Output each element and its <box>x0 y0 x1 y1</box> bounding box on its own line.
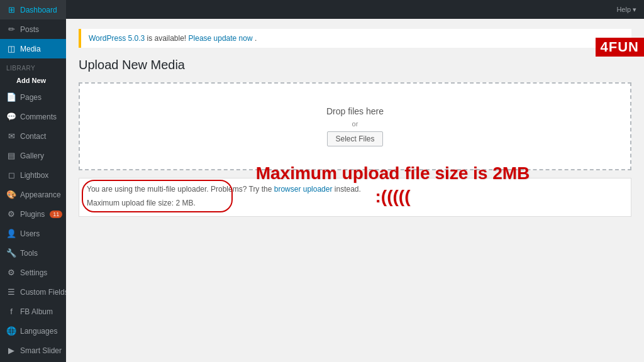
or-text: or <box>352 120 358 128</box>
help-label: Help <box>616 6 631 13</box>
sidebar-item-plugins[interactable]: ⚙ Plugins 11 <box>0 204 66 224</box>
fb-album-icon: f <box>6 307 16 316</box>
sidebar-item-label: Contact <box>20 132 46 141</box>
contact-icon: ✉ <box>6 131 16 141</box>
select-files-button[interactable]: Select Files <box>327 131 382 146</box>
upload-info-section: You are using the multi-file uploader. P… <box>79 178 631 217</box>
sidebar-item-lightbox[interactable]: ◻ Lightbox <box>0 165 66 185</box>
sidebar-item-label: Comments <box>20 112 57 121</box>
sidebar-item-posts[interactable]: ✏ Posts <box>0 19 66 39</box>
sidebar-item-label: Languages <box>20 327 57 336</box>
lightbox-icon: ◻ <box>6 170 16 180</box>
sidebar-item-contact[interactable]: ✉ Contact <box>0 126 66 146</box>
gallery-icon: ▤ <box>6 151 16 160</box>
sidebar-item-gallery[interactable]: ▤ Gallery <box>0 146 66 165</box>
sidebar-item-label: Media <box>20 45 41 53</box>
plugins-badge: 11 <box>50 211 62 218</box>
sidebar-item-custom-fields[interactable]: ☰ Custom Fields <box>0 282 66 302</box>
upload-drop-zone[interactable]: Drop files here or Select Files <box>79 82 631 170</box>
sidebar-item-smart-slider[interactable]: ▶ Smart Slider <box>0 341 66 360</box>
sidebar-item-comments[interactable]: 💬 Comments <box>0 107 66 126</box>
sidebar-item-users[interactable]: 👤 Users <box>0 224 66 243</box>
custom-fields-icon: ☰ <box>6 287 16 297</box>
wordpress-version-link[interactable]: WordPress 5.0.3 <box>89 34 145 43</box>
pages-icon: 📄 <box>6 92 16 102</box>
sidebar-item-languages[interactable]: 🌐 Languages <box>0 321 66 341</box>
sidebar-item-label: Custom Fields <box>20 288 66 297</box>
sidebar-item-label: FB Album <box>20 307 53 316</box>
main-area: Help ▾ 4FUN WordPress 5.0.3 is available… <box>66 0 644 362</box>
smart-slider-icon: ▶ <box>6 346 16 355</box>
update-now-link[interactable]: Please update now <box>189 34 253 43</box>
chevron-down-icon: ▾ <box>633 6 636 14</box>
sidebar-item-label: Dashboard <box>20 6 57 14</box>
sidebar: ⊞ Dashboard ✏ Posts ◫ Media Library Add … <box>0 0 66 362</box>
help-button[interactable]: Help ▾ <box>616 6 636 14</box>
sidebar-item-appearance[interactable]: 🎨 Appearance <box>0 185 66 204</box>
plugins-icon: ⚙ <box>6 209 16 219</box>
sidebar-item-pages[interactable]: 📄 Pages <box>0 87 66 107</box>
drop-files-text: Drop files here <box>326 106 384 116</box>
sidebar-item-label: Lightbox <box>20 171 48 180</box>
browser-uploader-link[interactable]: browser uploader <box>274 185 333 194</box>
update-notice-text: WordPress 5.0.3 is available! Please upd… <box>89 34 257 43</box>
sidebar-item-tools[interactable]: 🔧 Tools <box>0 243 66 263</box>
update-notice: WordPress 5.0.3 is available! Please upd… <box>79 29 631 48</box>
sidebar-subitem-add-new[interactable]: Add New <box>0 74 66 87</box>
languages-icon: 🌐 <box>6 326 16 336</box>
sidebar-item-label: Plugins <box>20 210 45 219</box>
posts-icon: ✏ <box>6 25 16 34</box>
appearance-icon: 🎨 <box>6 190 16 199</box>
sidebar-item-label: Users <box>20 229 40 238</box>
users-icon: 👤 <box>6 229 16 238</box>
sidebar-item-label: Posts <box>20 25 39 34</box>
sidebar-item-media[interactable]: ◫ Media <box>0 39 66 58</box>
sidebar-item-fb-album[interactable]: f FB Album <box>0 302 66 321</box>
brand-badge: 4FUN <box>596 38 644 57</box>
settings-icon: ⚙ <box>6 268 16 277</box>
sidebar-item-dashboard[interactable]: ⊞ Dashboard <box>0 0 66 19</box>
sidebar-item-label: Gallery <box>20 151 44 160</box>
tools-icon: 🔧 <box>6 248 16 258</box>
library-section-label: Library <box>0 58 66 74</box>
media-icon: ◫ <box>6 44 16 53</box>
sidebar-item-label: Settings <box>20 268 47 277</box>
sidebar-item-label: Pages <box>20 93 42 102</box>
max-size-info: Maximum upload file size: 2 MB. <box>87 197 623 209</box>
content-area: WordPress 5.0.3 is available! Please upd… <box>66 19 644 227</box>
sidebar-item-label: Smart Slider <box>20 346 62 355</box>
topbar: Help ▾ <box>66 0 644 19</box>
sidebar-item-settings[interactable]: ⚙ Settings <box>0 263 66 282</box>
sidebar-item-label: Tools <box>20 249 38 258</box>
dashboard-icon: ⊞ <box>6 5 16 14</box>
sidebar-item-label: Appearance <box>20 190 61 199</box>
page-title: Upload New Media <box>79 58 631 72</box>
comments-icon: 💬 <box>6 112 16 121</box>
multi-uploader-info: You are using the multi-file uploader. P… <box>87 184 623 195</box>
